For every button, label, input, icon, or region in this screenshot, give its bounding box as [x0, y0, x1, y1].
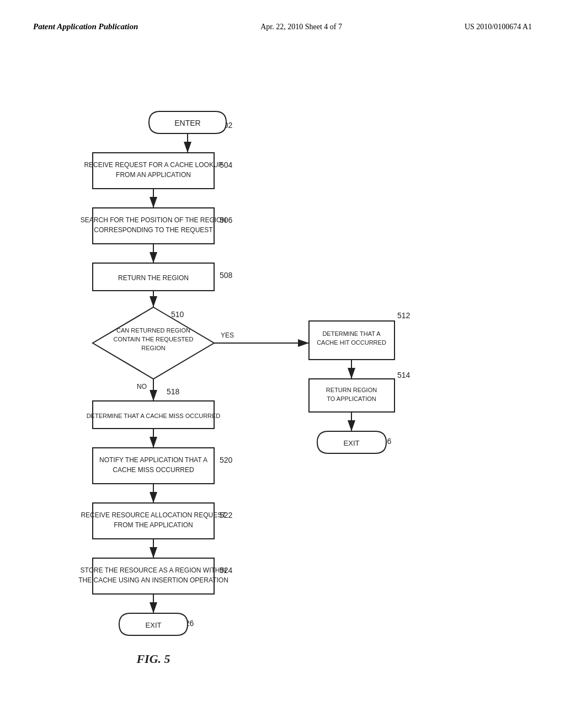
no-label: NO: [137, 383, 147, 390]
label-506-2: CORRESPONDING TO THE REQUEST: [94, 226, 213, 234]
header-publication-label: Patent Application Publication: [33, 22, 138, 31]
label-504-2: FROM AN APPLICATION: [116, 171, 191, 179]
exit-526-label: EXIT: [146, 621, 162, 629]
header-patent-label: US 2010/0100674 A1: [465, 23, 532, 31]
ref-518: 518: [167, 387, 180, 396]
label-524-2: THE CACHE USING AN INSERTION OPERATION: [78, 576, 228, 584]
label-514-2: TO APPLICATION: [327, 395, 376, 402]
label-520-2: CACHE MISS OCCURRED: [113, 466, 194, 474]
ref-508: 508: [220, 271, 233, 280]
page-header: Patent Application Publication Apr. 22, …: [0, 0, 565, 37]
ref-512: 512: [397, 311, 411, 320]
label-510-1: CAN RETURNED REGION: [116, 327, 190, 334]
yes-label: YES: [221, 331, 234, 339]
node-510: [93, 307, 214, 379]
label-518: DETERMINE THAT A CACHE MISS OCCURRED: [87, 413, 221, 419]
label-512-1: DETERMINE THAT A: [322, 330, 381, 337]
label-506-1: SEARCH FOR THE POSITION OF THE REGION: [81, 216, 226, 224]
label-514-1: RETURN REGION: [326, 387, 377, 393]
ref-520: 520: [220, 456, 233, 464]
label-510-2: CONTAIN THE REQUESTED: [113, 336, 193, 342]
header-date-label: Apr. 22, 2010 Sheet 4 of 7: [260, 23, 342, 31]
label-522-1: RECEIVE RESOURCE ALLOCATION REQUEST: [81, 511, 226, 519]
label-524-1: STORE THE RESOURCE AS A REGION WITHIN: [81, 566, 227, 574]
label-510-3: REGION: [141, 345, 165, 351]
label-508: RETURN THE REGION: [118, 274, 189, 282]
enter-label: ENTER: [174, 119, 200, 127]
ref-510: 510: [171, 310, 184, 319]
label-512-2: CACHE HIT OCCURRED: [317, 339, 386, 346]
ref-514: 514: [397, 371, 411, 379]
label-520-1: NOTIFY THE APPLICATION THAT A: [99, 456, 207, 464]
exit-516-label: EXIT: [344, 439, 360, 447]
diagram-area: 502 ENTER 504 RECEIVE REQUEST FOR A CACH…: [0, 37, 565, 721]
label-522-2: FROM THE APPLICATION: [114, 521, 193, 529]
label-504-1: RECEIVE REQUEST FOR A CACHE LOOKUP: [84, 161, 222, 169]
fig-label: FIG. 5: [136, 652, 170, 666]
flowchart-svg: 502 ENTER 504 RECEIVE REQUEST FOR A CACH…: [0, 37, 565, 721]
